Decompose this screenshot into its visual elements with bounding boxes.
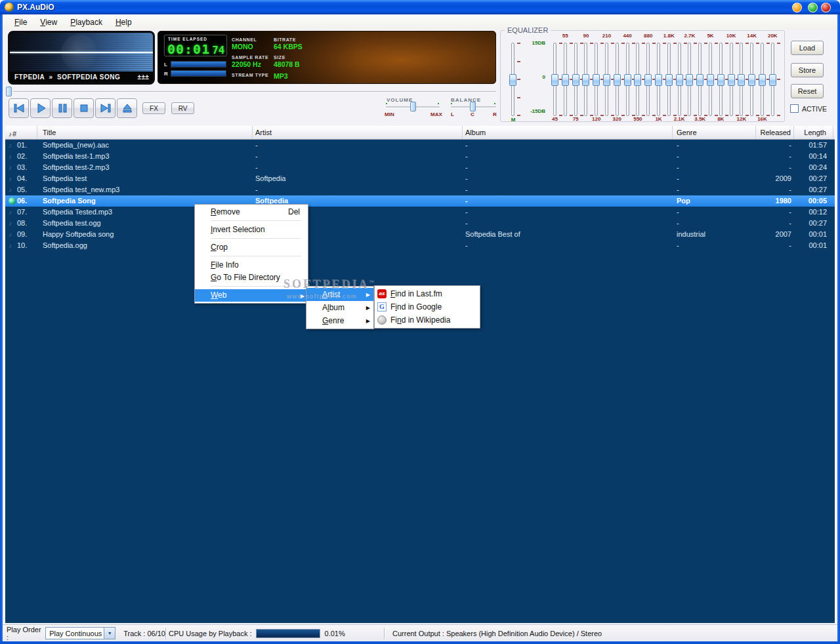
playlist-row[interactable]: 06.Softpedia SongSoftpedia-Pop198000:05 bbox=[5, 195, 835, 207]
eq-band-55-track[interactable] bbox=[564, 43, 567, 116]
eq-band-12K-thumb[interactable] bbox=[738, 74, 745, 86]
pause-button[interactable] bbox=[52, 98, 72, 118]
eq-master-slider-thumb[interactable] bbox=[509, 74, 516, 86]
eq-band-210-thumb[interactable] bbox=[603, 74, 610, 86]
eq-band-10K-thumb[interactable] bbox=[728, 74, 735, 86]
eq-band-120-thumb[interactable] bbox=[593, 74, 600, 86]
eq-band-45-thumb[interactable] bbox=[551, 74, 558, 86]
eq-band-20K-thumb[interactable] bbox=[769, 74, 776, 86]
find-item-lastfm[interactable]: asFind in Last.fm bbox=[375, 287, 480, 300]
maximize-button[interactable] bbox=[808, 3, 818, 12]
titlebar[interactable]: PX.AuDiO bbox=[0, 0, 840, 14]
menubar-item-playback[interactable]: Playback bbox=[64, 16, 109, 29]
eject-button[interactable] bbox=[117, 98, 137, 118]
play-order-dropdown[interactable]: Play Continuous ▼ bbox=[45, 627, 116, 639]
eq-band-2.7K-track[interactable] bbox=[688, 43, 691, 116]
eq-band-5K-thumb[interactable] bbox=[707, 74, 714, 86]
eq-band-2.7K-thumb[interactable] bbox=[686, 74, 693, 86]
playlist-row[interactable]: 10.Softpedia.ogg----00:01 bbox=[5, 240, 835, 251]
eq-band-2.1K-thumb[interactable] bbox=[676, 74, 683, 86]
eq-band-1K-track[interactable] bbox=[657, 43, 660, 116]
menubar-item-view[interactable]: View bbox=[33, 16, 64, 29]
eq-master-slider-track[interactable] bbox=[511, 43, 514, 116]
previous-button[interactable] bbox=[9, 98, 29, 118]
balance-slider-thumb[interactable] bbox=[470, 102, 476, 111]
playlist-row[interactable]: 05.Softpedia test_new.mp3----00:27 bbox=[5, 184, 835, 195]
eq-band-550-thumb[interactable] bbox=[634, 74, 641, 86]
eq-band-1.8K-thumb[interactable] bbox=[665, 74, 673, 86]
menubar-item-file[interactable]: File bbox=[8, 16, 33, 29]
column-header-genre[interactable]: Genre bbox=[673, 126, 756, 139]
store-button[interactable]: Store bbox=[791, 63, 824, 77]
stop-button[interactable] bbox=[74, 98, 94, 118]
fx-button[interactable]: FX bbox=[142, 102, 165, 114]
menu-item-invert-selection[interactable]: Invert Selection bbox=[195, 224, 308, 236]
playlist-row[interactable]: 09.Happy Softpedia song-Softpedia Best o… bbox=[5, 229, 835, 240]
rv-button[interactable]: RV bbox=[171, 102, 194, 114]
minimize-button[interactable] bbox=[792, 3, 802, 12]
eq-band-75-thumb[interactable] bbox=[572, 74, 579, 86]
eq-band-90-thumb[interactable] bbox=[582, 74, 589, 86]
column-header-album[interactable]: Album bbox=[463, 126, 673, 139]
eq-band-20K-track[interactable] bbox=[771, 43, 774, 116]
eq-band-550-track[interactable] bbox=[636, 43, 639, 116]
column-header-num[interactable]: # bbox=[5, 126, 37, 139]
playlist-row[interactable]: 02.Softpedia test-1.mp3----00:14 bbox=[5, 151, 835, 162]
eq-band-440-thumb[interactable] bbox=[624, 74, 631, 86]
eq-band-440-track[interactable] bbox=[626, 43, 629, 116]
eq-band-14K-track[interactable] bbox=[750, 43, 753, 116]
playlist-row[interactable]: 01.Softpedia_(new).aac----01:57 bbox=[5, 140, 835, 151]
eq-band-90-track[interactable] bbox=[584, 43, 587, 116]
seek-slider-track[interactable] bbox=[13, 91, 496, 92]
eq-band-120-track[interactable] bbox=[595, 43, 598, 116]
eq-band-210-track[interactable] bbox=[605, 43, 608, 116]
eq-band-320-track[interactable] bbox=[616, 43, 619, 116]
eq-active-checkbox[interactable] bbox=[790, 104, 799, 113]
find-item-google[interactable]: GFind in Google bbox=[375, 300, 480, 313]
seek-slider-handle[interactable] bbox=[6, 87, 12, 96]
eq-band-16K-track[interactable] bbox=[761, 43, 764, 116]
close-button[interactable] bbox=[821, 3, 831, 12]
eq-band-10K-track[interactable] bbox=[730, 43, 733, 116]
eq-band-1.8K-track[interactable] bbox=[667, 43, 671, 116]
column-header-released[interactable]: Released bbox=[756, 126, 794, 139]
eq-band-3.5K-thumb[interactable] bbox=[696, 74, 704, 86]
playlist-row[interactable]: 03.Softpedia test-2.mp3----00:24 bbox=[5, 162, 835, 173]
find-item-wikipedia[interactable]: Find in Wikipedia bbox=[375, 313, 480, 327]
play-button[interactable] bbox=[30, 98, 51, 118]
web-submenu-item-album[interactable]: Album▶ bbox=[306, 301, 373, 314]
eq-band-16K-thumb[interactable] bbox=[759, 74, 766, 86]
next-button[interactable] bbox=[95, 98, 116, 118]
visualization-panel[interactable]: FTPEDIA » SOFTPEDIA SONG ±±± S bbox=[8, 31, 155, 85]
eq-band-55-thumb[interactable] bbox=[562, 74, 569, 86]
menu-item-web[interactable]: Web▶ bbox=[195, 289, 308, 302]
column-header-length[interactable]: Length bbox=[794, 126, 833, 139]
eq-band-880-thumb[interactable] bbox=[644, 74, 652, 86]
eq-band-45-track[interactable] bbox=[553, 43, 556, 116]
volume-slider-thumb[interactable] bbox=[410, 102, 416, 111]
eq-band-8K-thumb[interactable] bbox=[717, 74, 724, 86]
playlist-row[interactable]: 08.Softpedia test.ogg----00:27 bbox=[5, 218, 835, 229]
menu-item-crop[interactable]: Crop bbox=[195, 241, 308, 254]
playlist-row[interactable]: 04.Softpedia testSoftpedia--200900:27 bbox=[5, 173, 835, 184]
eq-band-2.1K-track[interactable] bbox=[678, 43, 681, 116]
web-submenu-item-genre[interactable]: Genre▶ bbox=[306, 314, 373, 327]
eq-band-14K-thumb[interactable] bbox=[748, 74, 755, 86]
menu-item-go-to-file-directory[interactable]: Go To File Directory bbox=[195, 272, 308, 284]
eq-band-5K-track[interactable] bbox=[709, 43, 712, 116]
reset-button[interactable]: Reset bbox=[791, 84, 824, 98]
load-button[interactable]: Load bbox=[791, 41, 824, 55]
menu-item-file-info[interactable]: File Info bbox=[195, 259, 308, 272]
web-submenu-item-artist[interactable]: Artist▶ bbox=[306, 288, 373, 301]
menubar-item-help[interactable]: Help bbox=[109, 16, 138, 29]
eq-band-8K-track[interactable] bbox=[719, 43, 723, 116]
eq-band-320-thumb[interactable] bbox=[614, 74, 621, 86]
eq-band-880-track[interactable] bbox=[646, 43, 650, 116]
eq-band-12K-track[interactable] bbox=[740, 43, 743, 116]
time-display[interactable]: TIME ELAPSED 00:0174 bbox=[164, 35, 227, 56]
column-header-artist[interactable]: Artist bbox=[253, 126, 463, 139]
eq-band-1K-thumb[interactable] bbox=[655, 74, 662, 86]
playlist-row[interactable]: 07.Softpedia Tested.mp3----00:12 bbox=[5, 207, 835, 218]
eq-band-3.5K-track[interactable] bbox=[698, 43, 702, 116]
eq-band-75-track[interactable] bbox=[574, 43, 578, 116]
